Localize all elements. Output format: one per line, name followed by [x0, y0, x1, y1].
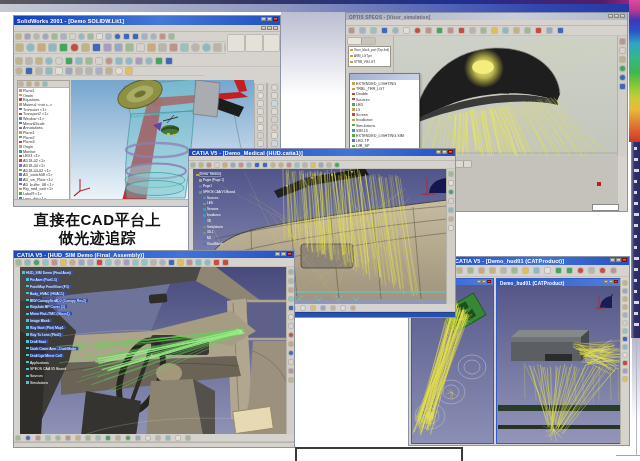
- toolbar-icon[interactable]: [449, 190, 453, 194]
- toolbar-icon[interactable]: [481, 28, 486, 33]
- toolbar-icon[interactable]: [536, 28, 541, 33]
- toolbar-icon[interactable]: [70, 34, 75, 39]
- toolbar-icon[interactable]: [60, 44, 67, 51]
- toolbar-icon[interactable]: [371, 28, 376, 33]
- tree-item[interactable]: Dash Cover Asm - DashMatte: [21, 345, 151, 352]
- toolbar-icon[interactable]: [426, 28, 431, 33]
- toolbar-icon[interactable]: [258, 101, 263, 106]
- toolbar-icon[interactable]: [272, 125, 277, 130]
- toolbar-icon[interactable]: [289, 369, 293, 373]
- toolbar-icon[interactable]: [525, 28, 530, 33]
- toolbar[interactable]: [189, 161, 455, 169]
- tree-item[interactable]: FrontMap FrontView (F1): [21, 283, 151, 290]
- toolbar-icon[interactable]: [623, 329, 627, 333]
- toolbar-icon[interactable]: [457, 268, 462, 273]
- toolbar-icon[interactable]: [124, 260, 129, 265]
- toolbar-icon[interactable]: [126, 68, 132, 74]
- toolbar-icon[interactable]: [104, 44, 111, 51]
- toolbar-icon[interactable]: [289, 270, 293, 274]
- toolbar-icon[interactable]: [26, 68, 32, 74]
- toolbar-icon[interactable]: [52, 260, 57, 265]
- toolbar-icon[interactable]: [272, 117, 277, 122]
- toolbar-icon[interactable]: [620, 75, 625, 80]
- toolbar-row-1[interactable]: [14, 32, 226, 42]
- toolbar-icon[interactable]: [159, 44, 166, 51]
- toolbar-icon[interactable]: [319, 163, 323, 167]
- toolbar-icon[interactable]: [623, 313, 627, 317]
- toolbar-icon[interactable]: [115, 260, 120, 265]
- toolbar-icon[interactable]: [192, 44, 199, 51]
- toolbar-icon[interactable]: [34, 34, 39, 39]
- toolbar-icon[interactable]: [393, 28, 398, 33]
- toolbar-icon[interactable]: [449, 181, 453, 185]
- window-controls[interactable]: [610, 258, 627, 262]
- toolbar-icon[interactable]: [301, 306, 305, 310]
- window-controls[interactable]: [261, 17, 278, 21]
- toolbar-icon[interactable]: [176, 436, 180, 440]
- toolbar-icon[interactable]: [16, 44, 23, 51]
- toolbar-icon[interactable]: [43, 82, 47, 86]
- toolbar-icon[interactable]: [321, 306, 325, 310]
- toolbar-icon[interactable]: [600, 268, 605, 273]
- toolbar-icon[interactable]: [263, 163, 267, 167]
- toolbar-icon[interactable]: [66, 58, 72, 64]
- toolbar-icon[interactable]: [76, 436, 80, 440]
- toolbar-icon[interactable]: [79, 34, 84, 39]
- toolbar-icon[interactable]: [258, 117, 263, 122]
- toolbar-icon[interactable]: [38, 44, 45, 51]
- toolbar-row-3[interactable]: [14, 56, 280, 67]
- title-bar[interactable]: CATIA V5 - [HUD_SIM Demo (Final_Assembly…: [14, 251, 294, 258]
- toolbar-icon[interactable]: [93, 44, 100, 51]
- toolbar-icon[interactable]: [289, 333, 293, 337]
- toolbar-icon[interactable]: [623, 369, 627, 373]
- toolbar-icon[interactable]: [126, 436, 130, 440]
- toolbar-icon[interactable]: [88, 260, 93, 265]
- toolbar-icon[interactable]: [289, 315, 293, 319]
- toolbar-icon[interactable]: [327, 163, 331, 167]
- toolbar-icon[interactable]: [231, 163, 235, 167]
- toolbar-icon[interactable]: [181, 44, 188, 51]
- toolbar-icon[interactable]: [151, 260, 156, 265]
- toolbar-icon[interactable]: [611, 268, 616, 273]
- toolbar-icon[interactable]: [404, 28, 409, 33]
- tab-icon[interactable]: [362, 38, 375, 44]
- window-controls[interactable]: [275, 252, 292, 256]
- toolbar-icon[interactable]: [126, 44, 133, 51]
- toolbar-icon[interactable]: [272, 141, 277, 146]
- toolbar-icon[interactable]: [514, 28, 519, 33]
- toolbar-icon[interactable]: [289, 378, 293, 382]
- toolbar-icon[interactable]: [534, 268, 539, 273]
- tree-item[interactable]: BIW CanopyScrADJ (Canopy Rev2): [21, 297, 151, 304]
- toolbar-icon[interactable]: [258, 93, 263, 98]
- toolbar-icon[interactable]: [449, 199, 453, 203]
- toolbar-icon[interactable]: [623, 305, 627, 309]
- visor-viewport[interactable]: [394, 36, 618, 156]
- toolbar-icon[interactable]: [106, 68, 112, 74]
- toolbar-icon[interactable]: [115, 44, 122, 51]
- toolbar-icon[interactable]: [289, 351, 293, 355]
- toolbar-icon[interactable]: [61, 260, 66, 265]
- toolbar-icon[interactable]: [620, 39, 625, 44]
- toolbar-icon[interactable]: [142, 34, 147, 39]
- child-controls[interactable]: [604, 280, 618, 283]
- toolbar-icon[interactable]: [578, 268, 583, 273]
- toolbar-icon[interactable]: [556, 268, 561, 273]
- toolbar-icon[interactable]: [178, 260, 183, 265]
- toolbar-icon[interactable]: [203, 44, 210, 51]
- child-controls[interactable]: [477, 280, 491, 283]
- toolbar-icon[interactable]: [620, 48, 625, 53]
- tree-item[interactable]: SPEOS CAA V5 Based: [21, 365, 151, 372]
- toolbar-icon[interactable]: [272, 93, 277, 98]
- toolbar-icon[interactable]: [76, 68, 82, 74]
- toolbar-icon[interactable]: [623, 337, 627, 341]
- right-toolbar[interactable]: [286, 267, 294, 436]
- tree-tabs[interactable]: [18, 81, 69, 88]
- tree-item[interactable]: Image Blank: [21, 317, 151, 324]
- toolbar-icon[interactable]: [27, 44, 34, 51]
- toolbar-icon[interactable]: [86, 68, 92, 74]
- toolbar-icon[interactable]: [56, 436, 60, 440]
- toolbar-icon[interactable]: [239, 163, 243, 167]
- toolbar-icon[interactable]: [151, 34, 156, 39]
- toolbar-icon[interactable]: [512, 268, 517, 273]
- toolbar-icon[interactable]: [623, 345, 627, 349]
